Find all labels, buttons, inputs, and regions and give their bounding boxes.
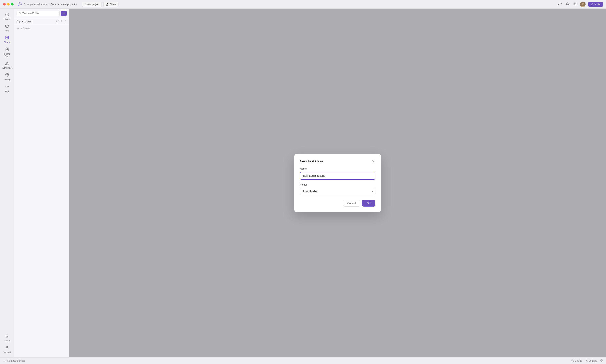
settings-icon — [5, 73, 9, 78]
sidebar-item-history[interactable]: History — [1, 11, 13, 22]
create-plus-icon — [16, 27, 19, 30]
info-icon — [600, 359, 603, 362]
folder-icon — [16, 20, 20, 23]
search-icon — [19, 12, 21, 15]
cancel-button[interactable]: Cancel — [343, 200, 360, 207]
sidebar-item-support[interactable]: Support — [1, 344, 13, 355]
app-logo-icon — [17, 2, 22, 6]
svg-point-33 — [572, 360, 574, 362]
cookie-icon — [571, 360, 574, 362]
bottom-bar: Collapse Sidebar Cookie Settings — [0, 357, 606, 364]
svg-point-23 — [8, 86, 8, 87]
sidebar-item-label: History — [3, 18, 10, 20]
breadcrumb-project[interactable]: Cora personal project ▾ — [51, 3, 77, 6]
create-row[interactable]: + Create — [14, 25, 69, 32]
sidebar-item-settings[interactable]: Settings — [1, 71, 13, 82]
svg-line-18 — [6, 63, 7, 64]
modal-header: New Test Case ✕ — [300, 159, 375, 163]
svg-rect-2 — [575, 4, 576, 5]
content-panel: + All Cases — [14, 9, 69, 357]
breadcrumb-space[interactable]: Cora personal space — [24, 3, 47, 6]
breadcrumb: Cora personal space / Cora personal proj… — [24, 3, 77, 6]
invite-button[interactable]: Invite — [588, 2, 603, 7]
refresh-cases-icon[interactable] — [56, 20, 59, 23]
svg-line-26 — [20, 14, 21, 14]
name-label: Name — [300, 167, 375, 170]
add-button[interactable]: + — [61, 11, 67, 16]
svg-rect-9 — [5, 36, 7, 38]
search-input[interactable] — [22, 12, 57, 15]
sidebar-item-label: Settings — [3, 78, 11, 81]
svg-point-25 — [19, 12, 21, 14]
share-button[interactable]: Share — [103, 2, 118, 7]
modal-close-button[interactable]: ✕ — [371, 159, 375, 163]
all-cases-actions — [56, 20, 67, 23]
more-options-icon[interactable] — [64, 20, 67, 23]
sidebar: History APIs Tests — [0, 9, 14, 357]
svg-point-16 — [5, 64, 6, 65]
svg-point-20 — [6, 75, 7, 76]
svg-point-24 — [6, 346, 8, 348]
sidebar-item-label: Tests — [4, 41, 10, 43]
svg-point-29 — [65, 21, 65, 21]
svg-point-34 — [586, 361, 587, 361]
svg-point-17 — [8, 64, 9, 65]
bottom-bar-right: Cookie Settings — [571, 359, 603, 363]
ok-button[interactable]: OK — [362, 200, 375, 207]
chevron-down-icon: ▾ — [76, 3, 77, 5]
share-docs-icon — [5, 47, 9, 52]
svg-point-5 — [582, 3, 584, 5]
collapse-sidebar-button[interactable]: Collapse Sidebar — [3, 360, 25, 362]
new-project-button[interactable]: + New project — [82, 2, 102, 7]
search-bar: + — [14, 9, 69, 18]
info-button[interactable] — [600, 359, 603, 363]
bell-icon[interactable] — [565, 1, 570, 7]
folder-select-wrap: Root Folder ▾ — [300, 188, 375, 195]
main-layout: History APIs Tests — [0, 9, 606, 357]
sidebar-item-label: Trash — [4, 339, 10, 342]
sidebar-item-label: Schemas — [2, 67, 12, 69]
sort-icon[interactable] — [60, 20, 63, 23]
sidebar-item-schemas[interactable]: Schemas — [1, 60, 13, 71]
sidebar-item-label: More — [4, 90, 9, 92]
user-plus-icon — [591, 3, 593, 5]
titlebar: Cora personal space / Cora personal proj… — [0, 0, 606, 9]
all-cases-row: All Cases — [14, 18, 69, 25]
create-label: + Create — [20, 27, 30, 30]
name-input[interactable] — [300, 172, 375, 180]
sidebar-item-label: Support — [3, 351, 11, 353]
settings-cog-icon — [585, 360, 588, 362]
svg-point-21 — [5, 86, 6, 87]
svg-marker-8 — [6, 26, 8, 27]
sidebar-item-share-docs[interactable]: Share Docs — [1, 46, 13, 59]
svg-rect-0 — [574, 3, 575, 4]
titlebar-right: Invite — [558, 1, 603, 7]
refresh-icon[interactable] — [558, 1, 562, 7]
close-button[interactable] — [3, 3, 6, 5]
layout-icon[interactable] — [573, 1, 577, 7]
modal-footer: Cancel OK — [300, 200, 375, 207]
tests-icon — [5, 36, 9, 40]
schemas-icon — [5, 61, 9, 66]
sidebar-item-tests[interactable]: Tests — [1, 34, 13, 45]
sidebar-item-label: Share Docs — [2, 53, 12, 57]
maximize-button[interactable] — [11, 3, 14, 5]
minimize-button[interactable] — [7, 3, 10, 5]
svg-point-22 — [7, 86, 7, 87]
svg-rect-1 — [575, 3, 576, 4]
sidebar-item-more[interactable]: More — [1, 83, 13, 94]
cookie-button[interactable]: Cookie — [571, 360, 582, 362]
traffic-lights — [3, 3, 14, 5]
folder-select[interactable]: Root Folder — [300, 188, 375, 195]
apis-icon — [5, 24, 9, 29]
titlebar-actions: + New project Share — [82, 2, 118, 7]
folder-label: Folder — [300, 183, 375, 186]
sidebar-item-trash[interactable]: Trash — [1, 333, 13, 343]
sidebar-bottom: Trash Support — [0, 333, 14, 355]
modal-overlay: New Test Case ✕ Name Folder Root Folder … — [69, 9, 606, 357]
avatar[interactable] — [580, 1, 586, 7]
svg-line-19 — [7, 63, 8, 64]
sidebar-item-apis[interactable]: APIs — [1, 23, 13, 33]
svg-point-30 — [65, 22, 65, 22]
settings-button[interactable]: Settings — [585, 360, 597, 362]
